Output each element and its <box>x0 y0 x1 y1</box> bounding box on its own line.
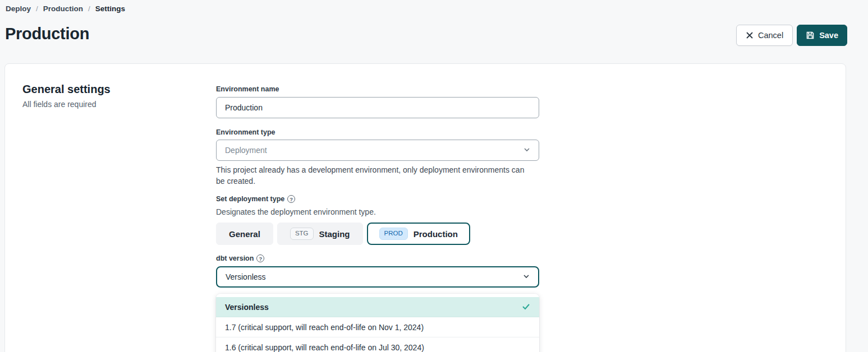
save-button-label: Save <box>819 31 838 40</box>
cancel-button-label: Cancel <box>758 31 783 40</box>
close-icon <box>746 31 754 39</box>
prod-badge: PROD <box>379 228 408 240</box>
chevron-down-icon <box>523 146 530 155</box>
breadcrumb-settings[interactable]: Settings <box>95 4 125 13</box>
breadcrumb: Deploy / Production / Settings <box>6 4 125 13</box>
checkmark-icon <box>522 302 530 312</box>
breadcrumb-deploy[interactable]: Deploy <box>6 4 31 13</box>
environment-type-label-text: Environment type <box>216 128 275 136</box>
option-label: Versionless <box>225 303 269 312</box>
help-question-icon[interactable]: ? <box>287 195 295 203</box>
dbt-version-value: Versionless <box>226 272 266 281</box>
staging-badge: STG <box>290 228 314 240</box>
deployment-type-description: Designates the deployment environment ty… <box>216 207 376 216</box>
section-subtitle: All fields are required <box>22 100 97 109</box>
staging-button-label: Staging <box>319 229 350 239</box>
dbt-version-label-text: dbt version <box>216 254 254 262</box>
dbt-version-select[interactable]: Versionless <box>216 266 539 288</box>
deployment-type-label-text: Set deployment type <box>216 195 284 203</box>
deployment-type-label: Set deployment type ? <box>216 195 295 203</box>
environment-name-label-text: Environment name <box>216 85 279 93</box>
dropdown-option-1-7[interactable]: 1.7 (critical support, will reach end-of… <box>216 317 539 337</box>
dbt-version-label: dbt version ? <box>216 254 264 262</box>
chevron-down-icon <box>523 272 530 281</box>
dropdown-option-versionless[interactable]: Versionless <box>216 297 539 317</box>
environment-type-label: Environment type <box>216 128 275 136</box>
deployment-type-staging-button[interactable]: STG Staging <box>277 223 363 245</box>
page-title: Production <box>5 25 89 43</box>
deployment-type-general-button[interactable]: General <box>216 223 273 245</box>
dbt-version-dropdown: Versionless 1.7 (critical support, will … <box>216 294 539 352</box>
environment-name-label: Environment name <box>216 85 279 93</box>
breadcrumb-production[interactable]: Production <box>43 4 83 13</box>
environment-name-input[interactable] <box>216 97 539 118</box>
dropdown-option-1-6[interactable]: 1.6 (critical support, will reach end-of… <box>216 337 539 352</box>
cancel-button[interactable]: Cancel <box>736 25 793 46</box>
option-label: 1.7 (critical support, will reach end-of… <box>225 323 424 332</box>
deployment-type-options: General STG Staging PROD Production <box>216 223 470 245</box>
environment-type-help-text: This project already has a development e… <box>216 164 528 187</box>
option-label: 1.6 (critical support, will reach end-of… <box>225 343 424 352</box>
save-icon <box>806 31 815 40</box>
breadcrumb-separator: / <box>88 4 90 13</box>
deployment-type-production-button[interactable]: PROD Production <box>367 223 470 245</box>
header-actions: Cancel Save <box>736 25 847 46</box>
environment-type-value: Deployment <box>225 146 267 155</box>
production-button-label: Production <box>414 229 458 239</box>
section-title: General settings <box>22 83 111 96</box>
environment-type-select[interactable]: Deployment <box>216 140 539 161</box>
save-button[interactable]: Save <box>797 25 847 46</box>
help-question-icon[interactable]: ? <box>256 254 264 262</box>
breadcrumb-separator: / <box>36 4 38 13</box>
general-button-label: General <box>229 229 260 239</box>
